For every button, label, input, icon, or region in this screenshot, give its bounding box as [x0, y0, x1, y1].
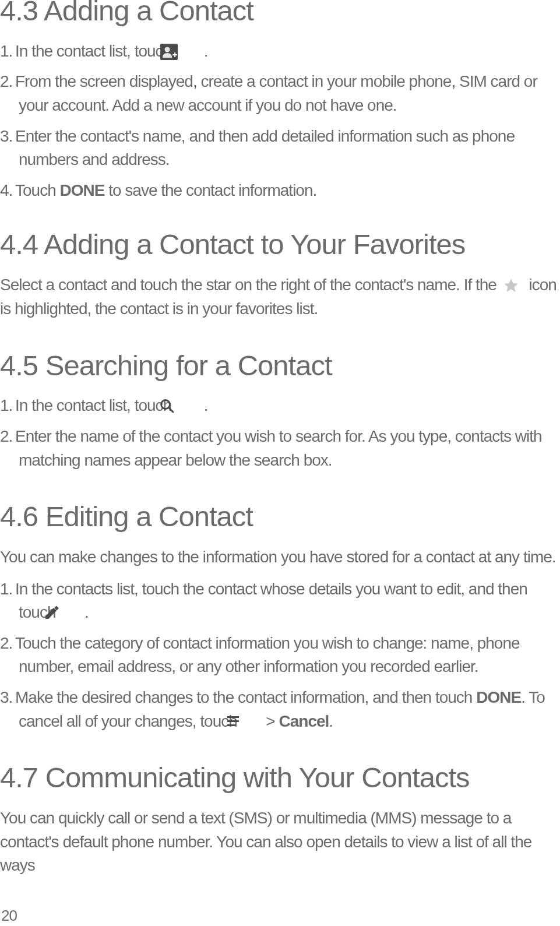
- intro-4-6: You can make changes to the information …: [0, 545, 557, 569]
- svg-point-1: [164, 47, 170, 52]
- step-4-6-1: 1.In the contacts list, touch the contac…: [0, 578, 557, 625]
- para-4-4: Select a contact and touch the star on t…: [0, 273, 557, 321]
- step-4-3-4: 4.Touch DONE to save the contact informa…: [0, 179, 557, 203]
- heading-4-4: 4.4 Adding a Contact to Your Favorites: [0, 229, 557, 260]
- step-4-3-2: 2.From the screen displayed, create a co…: [0, 70, 557, 117]
- menu-icon: [244, 713, 260, 729]
- steps-4-6: 1.In the contacts list, touch the contac…: [0, 578, 557, 734]
- search-icon: [178, 397, 198, 414]
- cancel-label: Cancel: [279, 712, 329, 730]
- svg-line-5: [168, 408, 173, 413]
- step-4-3-3: 3.Enter the contact's name, and then add…: [0, 125, 557, 172]
- steps-4-3: 1.In the contact list, touch . 2.From th…: [0, 40, 557, 203]
- add-contact-icon: [178, 43, 198, 59]
- svg-rect-9: [227, 724, 235, 726]
- para-4-7: You can quickly call or send a text (SMS…: [0, 807, 557, 878]
- done-label: DONE: [476, 688, 521, 706]
- page-number: 20: [1, 907, 17, 925]
- step-4-5-1: 1.In the contact list, touch .: [0, 394, 557, 418]
- step-4-6-3: 3.Make the desired changes to the contac…: [0, 686, 557, 733]
- step-4-3-1: 1.In the contact list, touch .: [0, 40, 557, 64]
- step-4-5-2: 2.Enter the name of the contact you wish…: [0, 425, 557, 472]
- heading-4-3: 4.3 Adding a Contact: [0, 0, 557, 27]
- svg-rect-8: [227, 720, 239, 722]
- svg-rect-3: [174, 52, 175, 57]
- done-label: DONE: [60, 181, 105, 199]
- steps-4-5: 1.In the contact list, touch . 2.Enter t…: [0, 394, 557, 472]
- heading-4-6: 4.6 Editing a Contact: [0, 501, 557, 533]
- heading-4-5: 4.5 Searching for a Contact: [0, 350, 557, 382]
- star-icon: [503, 277, 523, 293]
- edit-pencil-icon: [62, 604, 78, 621]
- step-4-6-2: 2.Touch the category of contact informat…: [0, 632, 557, 679]
- svg-rect-7: [227, 716, 239, 718]
- heading-4-7: 4.7 Communicating with Your Contacts: [0, 762, 557, 794]
